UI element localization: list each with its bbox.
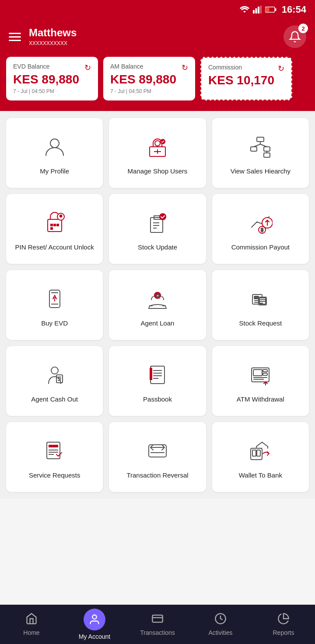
svg-rect-2 xyxy=(258,7,259,14)
menu-item-view-sales-hierarchy[interactable]: View Sales Hiearchy xyxy=(212,118,309,188)
nav-reports[interactable]: Reports xyxy=(252,605,315,644)
notification-badge: 2 xyxy=(298,24,308,33)
svg-point-82 xyxy=(92,615,96,619)
evd-balance-card[interactable]: EVD Balance ↻ KES 89,880 7 - Jul | 04:50… xyxy=(6,57,98,100)
activities-nav-label: Activities xyxy=(208,629,232,636)
commission-refresh-icon[interactable]: ↻ xyxy=(278,64,284,73)
agent-cash-out-icon xyxy=(41,361,69,389)
svg-rect-14 xyxy=(251,147,257,151)
evd-balance-amount: KES 89,880 xyxy=(13,73,91,87)
pin-reset-icon: * xyxy=(41,209,69,237)
header: Matthews xxxxxxxxxxx 2 xyxy=(0,19,315,57)
balance-section: EVD Balance ↻ KES 89,880 7 - Jul | 04:50… xyxy=(0,57,315,111)
time-display: 16:54 xyxy=(282,4,306,15)
hamburger-menu[interactable] xyxy=(9,33,21,41)
menu-item-stock-update[interactable]: Stock Update xyxy=(109,194,206,264)
agent-cash-out-label: Agent Cash Out xyxy=(31,395,78,404)
svg-rect-83 xyxy=(152,615,162,622)
am-refresh-icon[interactable]: ↻ xyxy=(182,63,188,73)
svg-rect-44 xyxy=(254,296,259,299)
battery-icon xyxy=(265,6,276,13)
menu-item-stock-request[interactable]: Stock Request xyxy=(212,270,309,340)
atm-withdrawal-label: ATM Withdrawal xyxy=(237,395,284,404)
am-balance-amount: KES 89,880 xyxy=(110,73,188,87)
transaction-reversal-label: Transaction Reversal xyxy=(126,471,188,480)
wifi-icon xyxy=(240,6,249,14)
my-account-nav-icon-bg xyxy=(84,609,105,630)
transaction-reversal-icon xyxy=(144,437,172,465)
menu-item-wallet-to-bank[interactable]: Wallet To Bank xyxy=(212,422,309,492)
svg-rect-16 xyxy=(264,153,270,157)
stock-request-label: Stock Request xyxy=(239,319,282,328)
pin-reset-label: PIN Reset/ Account Unlock xyxy=(15,243,94,252)
am-balance-label: AM Balance xyxy=(110,63,143,70)
svg-point-29 xyxy=(159,213,166,220)
svg-rect-15 xyxy=(264,147,270,151)
menu-item-agent-loan[interactable]: ★ Agent Loan xyxy=(109,270,206,340)
menu-item-pin-reset[interactable]: * PIN Reset/ Account Unlock xyxy=(6,194,103,264)
evd-refresh-icon[interactable]: ↻ xyxy=(84,63,91,73)
home-nav-label: Home xyxy=(23,629,39,636)
menu-item-passbook[interactable]: Passbook xyxy=(109,346,206,416)
svg-rect-62 xyxy=(150,368,152,380)
svg-point-52 xyxy=(51,367,58,374)
manage-shop-users-label: Manage Shop Users xyxy=(128,167,188,176)
svg-rect-80 xyxy=(257,450,260,456)
atm-icon xyxy=(246,361,274,389)
manage-shop-icon xyxy=(144,133,172,161)
signal-icon xyxy=(253,6,262,14)
stock-request-icon xyxy=(246,285,274,313)
am-balance-date: 7 - Jul | 04:50 PM xyxy=(110,88,188,94)
reports-nav-label: Reports xyxy=(273,629,294,636)
commission-label: Commission xyxy=(208,64,242,71)
svg-rect-24 xyxy=(56,224,59,226)
menu-grid: My Profile Manage Shop Users xyxy=(0,111,315,499)
nav-transactions[interactable]: Transactions xyxy=(126,605,189,644)
svg-rect-66 xyxy=(263,373,267,375)
commission-amount: KES 10,170 xyxy=(208,73,284,87)
svg-rect-23 xyxy=(53,224,56,226)
svg-rect-57 xyxy=(150,366,164,384)
notification-button[interactable]: 2 xyxy=(284,25,306,48)
svg-rect-1 xyxy=(255,8,257,14)
svg-rect-25 xyxy=(50,227,53,230)
passbook-icon xyxy=(144,361,172,389)
buy-evd-label: Buy EVD xyxy=(41,319,68,328)
bottom-navigation: Home My Account Transactions Act xyxy=(0,605,315,644)
menu-item-my-profile[interactable]: My Profile xyxy=(6,118,103,188)
menu-item-transaction-reversal[interactable]: Transaction Reversal xyxy=(109,422,206,492)
menu-item-manage-shop-users[interactable]: Manage Shop Users xyxy=(109,118,206,188)
menu-item-atm-withdrawal[interactable]: ATM Withdrawal xyxy=(212,346,309,416)
service-requests-label: Service Requests xyxy=(29,471,80,480)
svg-rect-3 xyxy=(260,6,262,14)
my-account-nav-label: My Account xyxy=(79,633,110,640)
commission-card[interactable]: Commission ↻ KES 10,170 xyxy=(200,57,292,100)
menu-item-agent-cash-out[interactable]: Agent Cash Out xyxy=(6,346,103,416)
svg-rect-13 xyxy=(257,137,264,142)
menu-item-service-requests[interactable]: Service Requests xyxy=(6,422,103,492)
evd-balance-label: EVD Balance xyxy=(13,63,49,70)
menu-item-buy-evd[interactable]: Buy EVD xyxy=(6,270,103,340)
status-icons xyxy=(240,6,276,14)
passbook-label: Passbook xyxy=(143,395,172,404)
stock-update-label: Stock Update xyxy=(138,243,177,252)
menu-item-commission-payout[interactable]: $ Commission Payout xyxy=(212,194,309,264)
my-profile-label: My Profile xyxy=(40,167,69,176)
user-id: xxxxxxxxxxx xyxy=(29,39,77,47)
nav-my-account[interactable]: My Account xyxy=(63,605,126,644)
am-balance-card[interactable]: AM Balance ↻ KES 89,880 7 - Jul | 04:50 … xyxy=(103,57,195,100)
svg-rect-6 xyxy=(266,8,269,12)
nav-activities[interactable]: Activities xyxy=(189,605,252,644)
bell-icon xyxy=(289,31,301,43)
status-bar: 16:54 xyxy=(0,0,315,19)
commission-payout-label: Commission Payout xyxy=(231,243,290,252)
agent-loan-icon: ★ xyxy=(144,285,172,313)
wallet-to-bank-label: Wallet To Bank xyxy=(239,471,282,480)
service-requests-icon xyxy=(41,437,69,465)
stock-update-icon xyxy=(144,209,172,237)
nav-home[interactable]: Home xyxy=(0,605,63,644)
svg-rect-64 xyxy=(253,370,262,376)
svg-line-19 xyxy=(260,144,267,147)
wallet-bank-icon xyxy=(246,437,274,465)
svg-point-9 xyxy=(155,141,160,146)
